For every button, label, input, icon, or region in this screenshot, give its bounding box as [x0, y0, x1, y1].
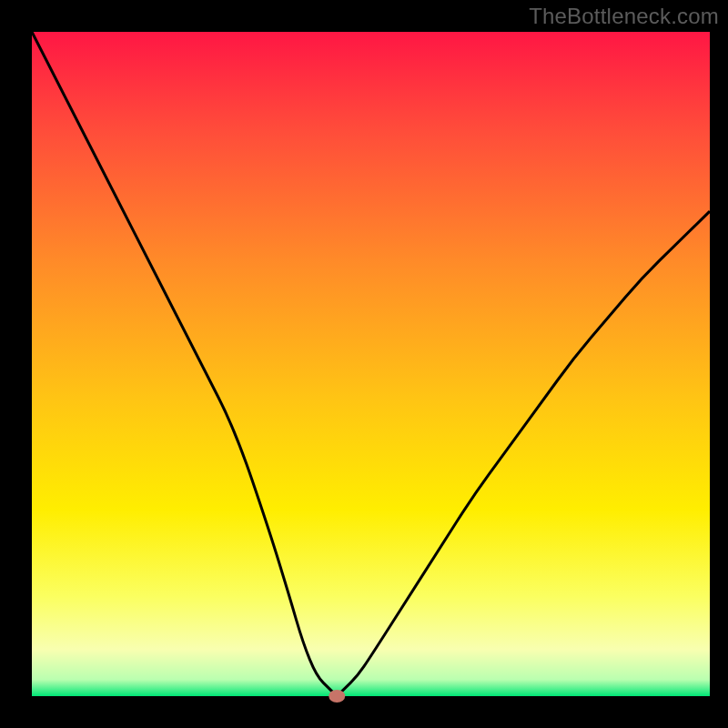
chart-container: TheBottleneck.com — [0, 0, 728, 728]
bottleneck-chart — [0, 0, 728, 728]
plot-background — [32, 32, 710, 696]
optimal-marker — [329, 690, 345, 703]
watermark-text: TheBottleneck.com — [529, 4, 719, 29]
